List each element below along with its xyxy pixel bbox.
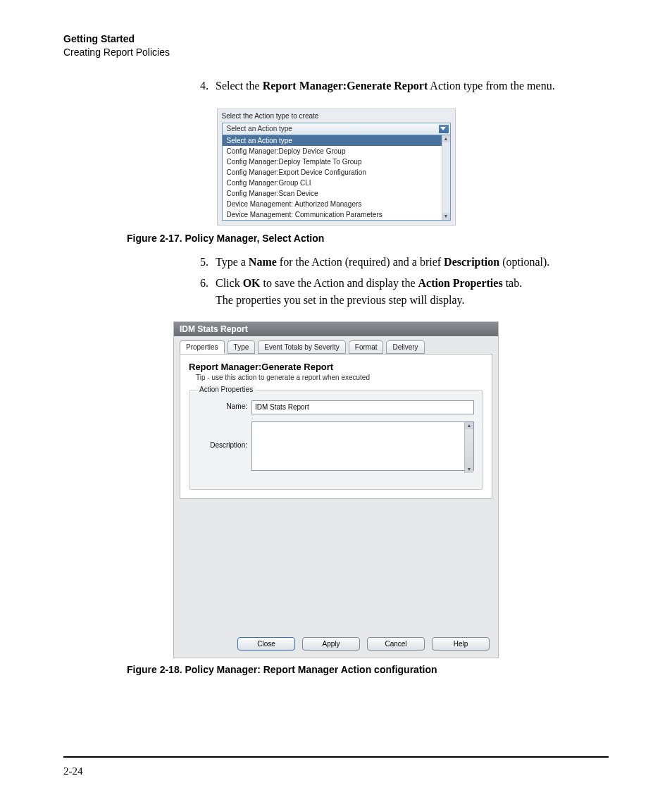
tab-type[interactable]: Type xyxy=(228,340,256,354)
apply-button[interactable]: Apply xyxy=(302,637,360,651)
chevron-down-icon xyxy=(440,127,446,130)
button-bar: Close Apply Cancel Help xyxy=(174,632,498,658)
text: tab. xyxy=(503,277,523,289)
close-button[interactable]: Close xyxy=(237,637,295,651)
list-item[interactable]: Config Manager:Deploy Template To Group xyxy=(223,156,442,167)
scrollbar[interactable] xyxy=(442,135,450,220)
tab-format[interactable]: Format xyxy=(349,340,384,354)
name-input[interactable] xyxy=(251,400,474,414)
step-number: 5. xyxy=(190,254,216,271)
tab-bar: Properties Type Event Totals by Severity… xyxy=(174,336,498,354)
text: for the Action (required) and a brief xyxy=(277,256,444,268)
bold-text: Description xyxy=(444,256,499,268)
list-item[interactable]: Config Manager:Scan Device xyxy=(223,188,442,199)
bold-text: OK xyxy=(243,277,261,289)
list-item[interactable]: Select an Action type xyxy=(223,135,442,146)
step-text: Click OK to save the Action and display … xyxy=(216,275,609,309)
step-text: Select the Report Manager:Generate Repor… xyxy=(216,78,609,94)
header-line2: Creating Report Policies xyxy=(63,46,609,59)
text: to save the Action and display the xyxy=(261,277,418,289)
fig18-caption: Figure 2-18. Policy Manager: Report Mana… xyxy=(127,664,609,675)
text: Click xyxy=(216,277,243,289)
header-line1: Getting Started xyxy=(63,32,609,46)
list-item[interactable]: Config Manager:Deploy Device Group xyxy=(223,146,442,156)
fig18-panel: IDM Stats Report Properties Type Event T… xyxy=(173,321,499,658)
fieldset-legend: Action Properties xyxy=(197,386,256,393)
panel-title: IDM Stats Report xyxy=(174,322,498,336)
text: Type a xyxy=(216,256,249,268)
text: Select the xyxy=(216,80,263,92)
description-textarea[interactable] xyxy=(251,421,474,471)
text: The properties you set in the previous s… xyxy=(216,294,465,306)
footer-rule xyxy=(63,756,609,758)
tab-delivery[interactable]: Delivery xyxy=(386,340,424,354)
step-6: 6. Click OK to save the Action and displ… xyxy=(190,275,609,309)
text: (optional). xyxy=(499,256,549,268)
step-number: 4. xyxy=(190,78,216,94)
bold-text: Report Manager:Generate Report xyxy=(263,80,428,92)
bold-text: Name xyxy=(249,256,277,268)
action-type-list: Select an Action type Config Manager:Dep… xyxy=(222,135,451,221)
fig17-dropdown: Select the Action type to create Select … xyxy=(217,109,456,226)
fig17-caption: Figure 2-17. Policy Manager, Select Acti… xyxy=(127,233,609,244)
action-properties-fieldset: Action Properties Name: Description: xyxy=(189,390,483,490)
name-label: Name: xyxy=(198,400,251,410)
list-item[interactable]: Device Management: Communication Paramet… xyxy=(223,209,442,220)
list-item[interactable]: Config Manager:Export Device Configurati… xyxy=(223,167,442,178)
step-text: Type a Name for the Action (required) an… xyxy=(216,254,609,271)
step-number: 6. xyxy=(190,275,216,309)
step-4: 4. Select the Report Manager:Generate Re… xyxy=(190,78,609,94)
step-5: 5. Type a Name for the Action (required)… xyxy=(190,254,609,271)
page-number: 2-24 xyxy=(63,765,83,777)
action-type-select[interactable]: Select an Action type xyxy=(222,123,451,135)
list-item[interactable]: Device Management: Authorized Managers xyxy=(223,199,442,209)
list-item[interactable]: Config Manager:Group CLI xyxy=(223,178,442,188)
bold-text: Action Properties xyxy=(418,277,503,289)
page-header: Getting Started Creating Report Policies xyxy=(63,32,609,59)
fig17-label: Select the Action type to create xyxy=(222,112,451,120)
scrollbar[interactable] xyxy=(464,422,473,473)
description-label: Description: xyxy=(198,421,251,449)
tip-text: Tip - use this action to generate a repo… xyxy=(196,374,483,381)
section-title: Report Manager:Generate Report xyxy=(189,362,483,372)
tab-properties[interactable]: Properties xyxy=(180,340,225,354)
tab-event-totals[interactable]: Event Totals by Severity xyxy=(258,340,346,354)
text: Action type from the menu. xyxy=(428,80,554,92)
cancel-button[interactable]: Cancel xyxy=(367,637,425,651)
help-button[interactable]: Help xyxy=(432,637,490,651)
tab-content: Report Manager:Generate Report Tip - use… xyxy=(180,354,492,499)
select-value: Select an Action type xyxy=(227,125,292,133)
